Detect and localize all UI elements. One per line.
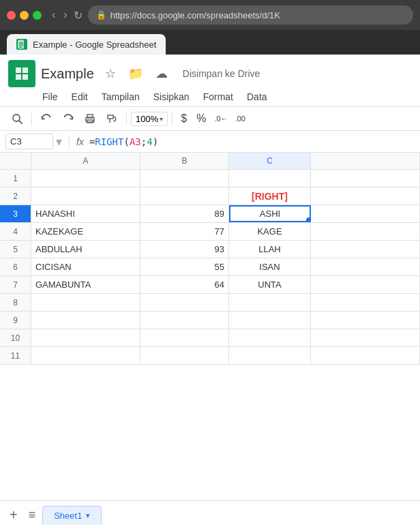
cell-d3[interactable] (311, 205, 420, 222)
row-num-4[interactable]: 4 (0, 223, 31, 240)
menu-file[interactable]: File (37, 89, 63, 105)
col-header-b[interactable]: B (140, 153, 229, 169)
sheet-tab-sheet1[interactable]: Sheet1 ▾ (42, 506, 102, 525)
currency-button[interactable]: $ (177, 110, 191, 127)
cell-d8[interactable] (311, 294, 420, 311)
minimize-button[interactable] (20, 11, 29, 20)
cell-d1[interactable] (311, 170, 420, 187)
cell-c10[interactable] (229, 329, 311, 346)
col-header-c[interactable]: C (229, 153, 311, 169)
cell-c8[interactable] (229, 294, 311, 311)
formula-input[interactable]: =RIGHT(A3;4) (89, 136, 158, 147)
percent-button[interactable]: % (192, 110, 210, 127)
cell-b1[interactable] (140, 170, 229, 187)
maximize-button[interactable] (33, 11, 42, 20)
cell-b7[interactable]: 64 (140, 276, 229, 293)
cell-a10[interactable] (31, 329, 140, 346)
row-num-3[interactable]: 3 (0, 205, 31, 222)
cell-a4[interactable]: KAZEKAGE (31, 223, 140, 240)
redo-button[interactable] (58, 110, 78, 127)
menu-tampilan[interactable]: Tampilan (96, 89, 145, 105)
table-row: 3 HANASHI 89 ASHI (0, 205, 420, 223)
cell-d6[interactable] (311, 258, 420, 275)
cell-a9[interactable] (31, 312, 140, 329)
col-header-d[interactable] (311, 153, 420, 169)
search-button[interactable] (7, 110, 27, 127)
cell-a1[interactable] (31, 170, 140, 187)
menu-data[interactable]: Data (241, 89, 273, 105)
row-num-9[interactable]: 9 (0, 312, 31, 329)
row-num-1[interactable]: 1 (0, 170, 31, 187)
cell-c6[interactable]: ISAN (229, 258, 311, 275)
close-button[interactable] (7, 11, 16, 20)
sheet-menu-button[interactable]: ≡ (25, 505, 40, 525)
cell-c3[interactable]: ASHI (229, 205, 311, 222)
cell-b8[interactable] (140, 294, 229, 311)
star-button[interactable]: ☆ (102, 63, 119, 84)
fill-handle[interactable] (306, 217, 311, 222)
cell-b2[interactable] (140, 187, 229, 205)
cell-a3[interactable]: HANASHI (31, 205, 140, 222)
folder-button[interactable]: 📁 (125, 63, 146, 84)
cell-c4[interactable]: KAGE (229, 223, 311, 240)
cloud-button[interactable]: ☁ (153, 63, 170, 84)
svg-rect-14 (87, 120, 93, 123)
decimal-increase-button[interactable]: .00 (232, 112, 248, 125)
row-num-2[interactable]: 2 (0, 187, 31, 205)
menu-edit[interactable]: Edit (66, 89, 93, 105)
row-num-5[interactable]: 5 (0, 241, 31, 258)
table-row: 8 (0, 294, 420, 312)
cell-c2[interactable]: [RIGHT] (229, 187, 311, 205)
cell-ref-arrow[interactable]: ▾ (56, 134, 62, 149)
row-num-7[interactable]: 7 (0, 276, 31, 293)
cell-a2[interactable] (31, 187, 140, 205)
cell-b4[interactable]: 77 (140, 223, 229, 240)
menu-format[interactable]: Format (198, 89, 239, 105)
cell-b11[interactable] (140, 347, 229, 364)
print-button[interactable] (80, 110, 100, 127)
decimal-decrease-button[interactable]: .0← (211, 112, 230, 125)
cell-b9[interactable] (140, 312, 229, 329)
row-num-8[interactable]: 8 (0, 294, 31, 311)
cell-d9[interactable] (311, 312, 420, 329)
cell-b3[interactable]: 89 (140, 205, 229, 222)
back-button[interactable]: ‹ (50, 9, 57, 22)
cell-a6[interactable]: CICISAN (31, 258, 140, 275)
cell-d2[interactable] (311, 187, 420, 205)
cell-d11[interactable] (311, 347, 420, 364)
cell-d7[interactable] (311, 276, 420, 293)
add-sheet-button[interactable]: + (5, 504, 22, 526)
cell-b6[interactable]: 55 (140, 258, 229, 275)
fx-label: fx (76, 136, 84, 147)
cell-c1[interactable] (229, 170, 311, 187)
cell-d4[interactable] (311, 223, 420, 240)
cell-c11[interactable] (229, 347, 311, 364)
cell-reference-input[interactable] (5, 134, 53, 149)
menu-sisipkan[interactable]: Sisipkan (148, 89, 195, 105)
cell-a7[interactable]: GAMABUNTA (31, 276, 140, 293)
row-num-10[interactable]: 10 (0, 329, 31, 346)
zoom-control[interactable]: 100% ▾ (131, 112, 168, 126)
cell-d10[interactable] (311, 329, 420, 346)
cell-b10[interactable] (140, 329, 229, 346)
address-bar[interactable]: 🔒 https://docs.google.com/spreadsheets/d… (88, 5, 413, 25)
cell-c5[interactable]: LLAH (229, 241, 311, 258)
cell-c7[interactable]: UNTA (229, 276, 311, 293)
cell-d5[interactable] (311, 241, 420, 258)
cell-b5[interactable]: 93 (140, 241, 229, 258)
right-label: [RIGHT] (252, 191, 288, 202)
cell-c9[interactable] (229, 312, 311, 329)
col-header-a[interactable]: A (31, 153, 140, 169)
svg-line-11 (19, 121, 22, 123)
forward-button[interactable]: › (61, 9, 69, 22)
cell-a11[interactable] (31, 347, 140, 364)
browser-tab[interactable]: Example - Google Spreadsheet (7, 34, 166, 55)
cell-a8[interactable] (31, 294, 140, 311)
undo-button[interactable] (36, 110, 57, 127)
row-num-11[interactable]: 11 (0, 347, 31, 364)
title-bar: Example ☆ 📁 ☁ Disimpan ke Drive (0, 55, 420, 87)
refresh-button[interactable]: ↻ (74, 9, 82, 22)
row-num-6[interactable]: 6 (0, 258, 31, 275)
cell-a5[interactable]: ABDULLAH (31, 241, 140, 258)
format-paint-button[interactable] (102, 110, 122, 127)
